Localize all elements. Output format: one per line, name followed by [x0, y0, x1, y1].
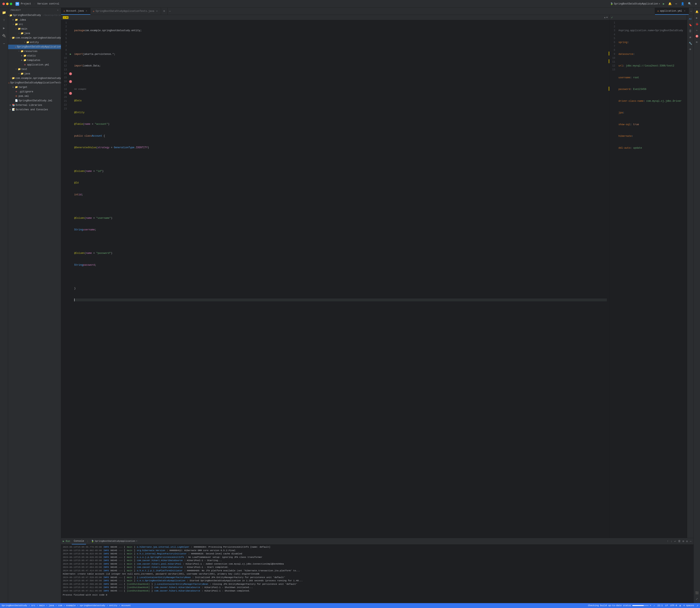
run-button[interactable]: ▶ — [662, 2, 665, 6]
tree-item-test-class[interactable]: ☕ SpringBootDataStudyApplicationTests — [8, 80, 61, 85]
tree-item-target[interactable]: ▶ 📁 target — [8, 85, 61, 90]
console-output[interactable]: 2024-06-13T15:05:46.778-05:00 INFO 98345… — [61, 545, 694, 603]
tree-item-src[interactable]: ▾ 📁 src — [8, 22, 61, 27]
status-position[interactable]: 22:1 — [657, 604, 663, 607]
tab-close-yaml[interactable]: × — [683, 10, 686, 13]
tree-root[interactable]: ▾ 📁 SpringBootDataStudy ~/Desktop/CS/Jav… — [8, 13, 61, 18]
tree-item-yaml[interactable]: ⚙ application.yml — [8, 62, 61, 67]
tree-item-entity[interactable]: ▾ 📁 entity — [8, 40, 61, 45]
yaml-code[interactable]: #spring.application.name=SpringBootDataS… — [617, 20, 687, 538]
expand-right-icon[interactable]: ⤢ — [695, 596, 699, 602]
tree-item-test-java[interactable]: ▾ 📁 java — [8, 72, 61, 76]
folder-icon: 📁 — [15, 22, 18, 26]
more-options-icon[interactable]: ⋯ — [675, 2, 678, 6]
scroll-up-icon[interactable]: ↑ — [666, 539, 669, 543]
tab-yaml[interactable]: ⚙ application.yml × — [655, 8, 689, 15]
target-right-icon[interactable]: 🎯 — [695, 34, 699, 39]
user-icon[interactable]: 👤 — [680, 2, 685, 6]
tab-action-icon[interactable]: ⋯ — [169, 10, 171, 13]
tab-account-java[interactable]: ⊙ Account.java × — [61, 8, 91, 15]
status-left: SpringBootDataStudy › src › main › java … — [2, 604, 131, 607]
plugins-icon[interactable]: 🔌 — [1, 33, 7, 39]
tab-more[interactable]: m — [161, 8, 168, 15]
minimize-button[interactable] — [6, 3, 8, 5]
tree-item-app-class[interactable]: ☕ SpringBootDataStudyApplication — [8, 45, 61, 49]
panel-tab-app[interactable]: 🍃 SpringBootDataStudyApplication × — [89, 538, 139, 545]
tab-close-tests[interactable]: × — [156, 10, 158, 13]
status-project[interactable]: SpringBootDataStudy › src › main › java … — [2, 604, 131, 607]
tree-item-pom[interactable]: m pom.xml — [8, 94, 61, 98]
panel-tab-console[interactable]: Console — [72, 538, 86, 545]
more-panel-icon[interactable]: ⋯ — [689, 539, 692, 544]
eye2-right-icon[interactable]: 👁 — [695, 40, 699, 45]
project-files-icon[interactable]: 📁 — [1, 10, 7, 16]
tab-close-account[interactable]: × — [85, 10, 88, 13]
search-icon[interactable]: 🔍 — [687, 2, 692, 6]
package-label: com.example.springbootdatastudy — [16, 36, 61, 40]
tab-tests[interactable]: ⊙ SpringBootDataStudyApplicationTests.ja… — [91, 8, 161, 15]
tools-icon[interactable]: 🔧 — [688, 41, 693, 46]
clear-console-icon[interactable]: 🗑 — [678, 539, 681, 543]
nav-down-icon[interactable]: ▼ — [606, 16, 608, 19]
more-tools-icon[interactable]: ⋯ — [1, 40, 7, 47]
terminal-right-icon[interactable]: ⬛ — [695, 590, 699, 595]
pencil-right-icon[interactable]: ✏ — [695, 28, 699, 33]
status-line-ending[interactable]: LF — [665, 604, 668, 607]
tree-item-static[interactable]: ▶ 📁 static — [8, 54, 61, 58]
database-icon[interactable]: 🗄 — [688, 29, 693, 34]
run-debug-icon[interactable]: ▶ — [1, 25, 7, 32]
tree-item-ext-libs[interactable]: ▶ 📚 External Libraries — [8, 103, 61, 108]
panel-app-close[interactable]: × — [136, 540, 137, 542]
status-indent[interactable]: 4 spaces — [683, 604, 694, 607]
status-encoding[interactable]: UTF-8 — [670, 604, 677, 607]
yaml-line-3: datasource: — [619, 52, 685, 56]
build-status: Checking build up-to-date status × — [588, 604, 651, 607]
settings-icon[interactable]: ⚙ — [694, 2, 698, 6]
bookmark-icon[interactable]: 🔖 — [688, 23, 693, 27]
run-gutter-icon[interactable]: ▶ — [70, 52, 71, 56]
nav-up-icon[interactable]: ▲ — [604, 16, 606, 19]
spring-logo-icon: 🍃 — [610, 2, 613, 5]
m-icon[interactable]: m — [688, 35, 693, 40]
tree-item-main[interactable]: ▾ 📁 main — [8, 27, 61, 31]
notification-icon[interactable]: 🔔 — [667, 2, 673, 6]
scratches-label: Scratches and Consoles — [16, 108, 48, 112]
project-menu[interactable]: Project — [21, 2, 31, 5]
tree-item-gitignore[interactable]: ⊘ .gitignore — [8, 90, 61, 94]
status-indent-icon[interactable]: ⊞ — [680, 604, 681, 607]
tree-item-test[interactable]: ▾ 📁 test — [8, 67, 61, 72]
yaml-action-icon[interactable]: ⋯ — [691, 10, 692, 13]
log-line-11: 2024-06-13T15:05:47.599-05:00 INFO 98345… — [63, 583, 692, 586]
arrow-icon: ▾ — [18, 72, 20, 76]
tree-item-idea[interactable]: ▶ 📁 .idea — [8, 18, 61, 22]
git-icon[interactable]: ⑂ — [1, 17, 7, 24]
status-expand-icon[interactable]: ⤢ — [697, 604, 698, 607]
debug-right-icon[interactable]: 🐞 — [695, 22, 699, 26]
scroll-down-icon[interactable]: ↓ — [670, 539, 673, 543]
tree-item-resources[interactable]: ▾ 📁 resources — [8, 49, 61, 54]
tree-item-templates[interactable]: ▶ 📁 templates — [8, 58, 61, 62]
java-code[interactable]: package com.example.springbootdatastudy.… — [73, 20, 608, 538]
eye-icon[interactable]: 👁 — [688, 47, 693, 52]
wrap-lines-icon[interactable]: ↩ — [674, 539, 676, 544]
ai-icon[interactable]: AI — [688, 17, 693, 21]
tree-item-package[interactable]: ▾ 📁 com.example.springbootdatastudy — [8, 36, 61, 40]
yaml-line-2: spring: — [619, 41, 685, 44]
tree-item-iml[interactable]: 📄 SpringBootDataStudy.iml — [8, 98, 61, 103]
tree-item-java[interactable]: ▾ 📁 java — [8, 31, 61, 36]
console-settings-icon[interactable]: ⚙ — [686, 539, 688, 544]
sidebar-header[interactable]: Project ▾ — [8, 8, 61, 13]
notification-right-icon[interactable]: 🔔 — [695, 10, 699, 14]
tree-item-scratches[interactable]: ▶ 📝 Scratches and Consoles — [8, 108, 61, 112]
tree-item-test-package[interactable]: ▾ 📁 com.example.springbootdatastudy — [8, 76, 61, 80]
build-cancel-icon[interactable]: × — [650, 604, 651, 607]
vc-menu[interactable]: Version control — [37, 2, 59, 5]
java-editor-content[interactable]: 12345 678910 1112131415 1617181920 21222… — [61, 20, 609, 538]
run-right-icon[interactable]: ▶ — [695, 16, 699, 20]
status-checkmark[interactable]: ✓ — [654, 604, 655, 607]
close-button[interactable] — [2, 3, 5, 5]
yaml-editor-content[interactable]: 12345 678910 111213 #spring.application.… — [609, 20, 687, 538]
filter-icon[interactable]: ⊞ — [682, 539, 685, 544]
maximize-button[interactable] — [10, 3, 12, 5]
java-file-icon2: ☕ — [8, 81, 9, 85]
